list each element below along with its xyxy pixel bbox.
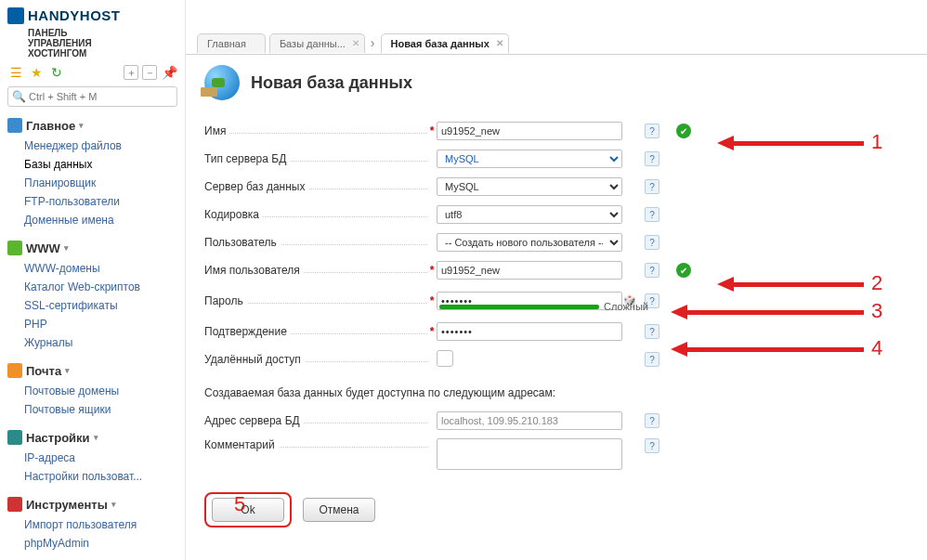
sidebar-item-ssl[interactable]: SSL-сертификаты (24, 296, 177, 315)
label-dbserver: Сервер баз данных (204, 180, 308, 193)
help-icon[interactable]: ? (645, 413, 659, 428)
required-mark: * (427, 325, 437, 338)
password-strength-label: Сложный (604, 301, 648, 312)
row-username: Имя пользователя * ? ✔ (204, 256, 927, 284)
annotation-number: 4 (871, 336, 899, 360)
logo-icon (7, 7, 24, 24)
label-encoding: Кодировка (204, 208, 263, 221)
nav-title-tools[interactable]: Инструменты ▾ (7, 497, 177, 512)
chevron-down-icon: ▾ (79, 121, 84, 130)
checkbox-remote[interactable] (437, 350, 453, 367)
required-mark: * (427, 264, 437, 277)
nav-title-label: WWW (26, 241, 60, 255)
check-icon: ✔ (676, 263, 691, 278)
label-address: Адрес сервера БД (204, 414, 304, 427)
annotation-number: 3 (871, 299, 899, 323)
sidebar-item-filemanager[interactable]: Менеджер файлов (24, 137, 177, 155)
help-icon[interactable]: ? (645, 124, 659, 138)
nav-group-settings: Настройки ▾ IP-адреса Настройки пользова… (7, 430, 177, 486)
input-name[interactable] (437, 122, 622, 140)
sidebar-item-domains[interactable]: Доменные имена (24, 211, 177, 229)
sidebar-item-wwwdomains[interactable]: WWW-домены (24, 259, 177, 278)
select-dbserver[interactable]: MySQL (437, 177, 622, 196)
help-icon[interactable]: ? (645, 352, 659, 367)
chevron-down-icon: ▾ (65, 366, 70, 375)
nav-title-www[interactable]: WWW ▾ (7, 241, 177, 255)
help-icon[interactable]: ? (645, 235, 659, 250)
sidebar-item-webscripts[interactable]: Каталог Web-скриптов (24, 278, 177, 296)
chevron-down-icon: ▾ (94, 433, 98, 442)
sidebar-item-usersettings[interactable]: Настройки пользоват... (24, 467, 177, 486)
label-remote: Удалённый доступ (204, 353, 305, 366)
sidebar-item-importuser[interactable]: Импорт пользователя (24, 515, 177, 534)
select-encoding[interactable]: utf8 (437, 205, 622, 224)
row-comment: Комментарий ? (204, 435, 927, 472)
search-input[interactable] (7, 86, 177, 107)
required-mark: * (427, 124, 437, 137)
tab-label: Главная (207, 38, 246, 49)
sidebar-item-databases[interactable]: Базы данных (24, 155, 177, 174)
sidebar-item-php[interactable]: PHP (24, 315, 177, 333)
sidebar-item-maildomains[interactable]: Почтовые домены (24, 382, 177, 400)
sidebar-item-phpmyadmin[interactable]: phpMyAdmin (24, 534, 177, 553)
label-comment: Комментарий (204, 438, 279, 451)
minus-icon[interactable]: － (142, 65, 157, 80)
label-password: Пароль (204, 294, 247, 307)
chevron-down-icon: ▾ (64, 243, 69, 253)
nav-title-mail[interactable]: Почта ▾ (7, 363, 177, 378)
input-confirm[interactable] (437, 322, 622, 341)
tab-databases[interactable]: Базы данны... ✕ (269, 33, 365, 53)
nav-group-www: WWW ▾ WWW-домены Каталог Web-скриптов SS… (7, 241, 177, 352)
help-icon[interactable]: ? (645, 263, 659, 278)
password-strength-bar (439, 305, 599, 309)
help-icon[interactable]: ? (645, 324, 659, 339)
globe-icon (7, 241, 22, 255)
plus-icon[interactable]: ＋ (124, 65, 138, 80)
help-icon[interactable]: ? (645, 207, 659, 222)
select-user[interactable]: -- Создать нового пользователя -- (437, 233, 622, 252)
tab-underline (186, 54, 927, 55)
help-icon[interactable]: ? (645, 179, 659, 194)
nav-title-label: Почта (26, 364, 61, 378)
star-icon[interactable]: ★ (28, 64, 45, 81)
select-dbtype[interactable]: MySQL (437, 150, 622, 168)
favorites-icon[interactable]: ☰ (7, 64, 24, 81)
logo: HANDYHOST (7, 7, 177, 24)
close-icon[interactable]: ✕ (496, 38, 503, 48)
logo-subtitle: ПАНЕЛЬ УПРАВЛЕНИЯ ХОСТИНГОМ (7, 28, 177, 59)
sidebar-item-scheduler[interactable]: Планировщик (24, 174, 177, 192)
help-icon[interactable]: ? (645, 438, 659, 453)
tab-home[interactable]: Главная (197, 33, 266, 53)
annotation-number: 2 (871, 271, 899, 295)
db-form: Имя * ? ✔ Тип сервера БД MySQL ? Сервер … (204, 117, 927, 527)
access-note: Создаваемая база данных будет доступна п… (204, 386, 927, 399)
tab-newdb[interactable]: Новая база данных ✕ (381, 33, 509, 53)
sidebar-item-logs[interactable]: Журналы (24, 333, 177, 352)
sidebar-item-ip[interactable]: IP-адреса (24, 449, 177, 467)
label-confirm: Подтверждение (204, 325, 291, 338)
row-user: Пользователь -- Создать нового пользоват… (204, 228, 927, 256)
label-username: Имя пользователя (204, 264, 304, 277)
refresh-icon[interactable]: ↻ (48, 64, 65, 81)
sidebar-item-ftp[interactable]: FTP-пользователи (24, 192, 177, 211)
input-username[interactable] (437, 261, 622, 280)
cancel-button[interactable]: Отмена (303, 498, 375, 522)
close-icon[interactable]: ✕ (352, 38, 359, 48)
ok-button[interactable]: Ok (212, 498, 284, 522)
tab-label: Новая база данных (391, 38, 490, 49)
nav-group-mail: Почта ▾ Почтовые домены Почтовые ящики (7, 363, 177, 419)
sidebar: HANDYHOST ПАНЕЛЬ УПРАВЛЕНИЯ ХОСТИНГОМ ☰ … (0, 0, 186, 560)
label-name: Имя (204, 124, 229, 137)
sidebar-toolbar: ☰ ★ ↻ ＋ － 📌 (7, 64, 177, 81)
sidebar-item-mailboxes[interactable]: Почтовые ящики (24, 400, 177, 419)
row-address: Адрес сервера БД ? (204, 407, 927, 435)
nav-title-main[interactable]: Главное ▾ (7, 118, 177, 133)
pin-icon[interactable]: 📌 (161, 64, 177, 81)
gear-icon (7, 430, 22, 445)
page-title: Новая база данных (251, 73, 412, 93)
help-icon[interactable]: ? (645, 151, 659, 166)
annotation-number: 1 (871, 130, 899, 154)
check-icon: ✔ (676, 124, 691, 138)
nav-title-settings[interactable]: Настройки ▾ (7, 430, 177, 445)
textarea-comment[interactable] (437, 438, 622, 470)
